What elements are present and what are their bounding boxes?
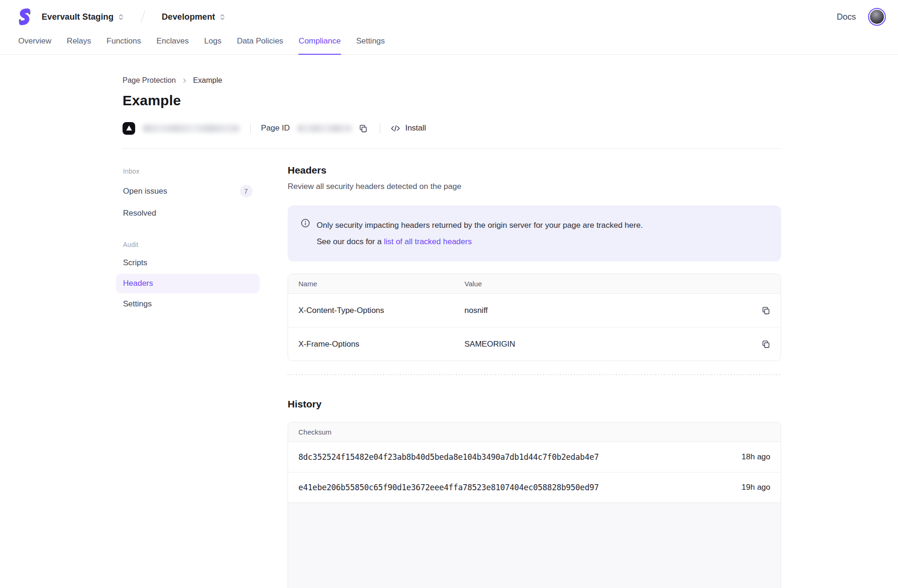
breadcrumb-page-protection[interactable]: Page Protection xyxy=(123,76,176,85)
copy-icon xyxy=(359,124,368,133)
up-down-chevrons-icon xyxy=(118,14,124,21)
tab-settings[interactable]: Settings xyxy=(355,32,385,55)
breadcrumb-current: Example xyxy=(193,76,222,85)
copy-header-value-button[interactable] xyxy=(760,338,772,350)
tab-overview[interactable]: Overview xyxy=(18,32,52,55)
info-banner-line1: Only security impacting headers returned… xyxy=(317,217,643,233)
tracked-headers-link[interactable]: list of all tracked headers xyxy=(384,237,472,246)
copy-header-value-button[interactable] xyxy=(760,304,772,317)
up-down-chevrons-icon xyxy=(219,14,225,21)
history-table-header-row: Checksum xyxy=(288,422,781,442)
copy-page-id-button[interactable] xyxy=(357,122,369,135)
headers-table-header-row: Name Value xyxy=(288,274,781,294)
evervault-logo[interactable] xyxy=(18,7,31,26)
info-banner-text: Only security impacting headers returned… xyxy=(317,217,643,250)
sidebar-item-label: Headers xyxy=(123,279,153,288)
tab-relays[interactable]: Relays xyxy=(66,32,92,55)
avatar-photo xyxy=(870,10,884,24)
info-banner-line2: See our docs for a list of all tracked h… xyxy=(317,233,643,250)
evervault-logo-icon xyxy=(18,7,31,26)
table-row: e41ebe206b55850c65f90d1e3672eee4ffa78523… xyxy=(288,472,781,502)
headers-section-subtitle: Review all security headers detected on … xyxy=(288,182,781,191)
breadcrumb-slash-divider xyxy=(141,11,145,22)
column-header-actions xyxy=(749,274,781,294)
dotted-divider xyxy=(288,374,781,375)
headers-section-title: Headers xyxy=(288,165,781,176)
project-switcher[interactable]: Development xyxy=(162,12,225,22)
headers-table-card: Name Value X-Content-Type-Options nosnif… xyxy=(288,274,781,361)
table-row: X-Content-Type-Options nosniff xyxy=(288,294,781,327)
sidebar-item-settings[interactable]: Settings xyxy=(116,294,260,314)
tab-functions[interactable]: Functions xyxy=(106,32,142,55)
org-switcher[interactable]: Evervault Staging xyxy=(42,12,124,22)
age-cell: 18h ago xyxy=(715,442,781,472)
sidebar-label-inbox: Inbox xyxy=(116,164,260,179)
header-name-cell: X-Frame-Options xyxy=(288,327,454,361)
project-name: Development xyxy=(162,12,215,22)
sidebar-item-label: Resolved xyxy=(123,209,156,218)
sidebar-item-label: Open issues xyxy=(123,187,167,196)
breadcrumb: Page Protection Example xyxy=(123,55,781,85)
meta-divider xyxy=(380,123,380,133)
chevron-right-icon xyxy=(181,78,188,84)
brand-area: Evervault Staging Development xyxy=(18,7,225,26)
info-banner: Only security impacting headers returned… xyxy=(288,205,781,261)
history-table-card: Checksum 8dc352524f15482e04f23ab8b40d5be… xyxy=(288,422,781,588)
main-content: Headers Review all security headers dete… xyxy=(288,149,781,588)
install-label: Install xyxy=(405,123,426,133)
sidebar-item-label: Scripts xyxy=(123,258,147,268)
history-table: Checksum 8dc352524f15482e04f23ab8b40d5be… xyxy=(288,422,781,502)
history-table-empty-area xyxy=(288,502,781,588)
column-header-checksum: Checksum xyxy=(288,422,715,442)
age-cell: 19h ago xyxy=(715,472,781,502)
org-name: Evervault Staging xyxy=(42,12,114,22)
install-button[interactable]: Install xyxy=(391,123,426,133)
tab-enclaves[interactable]: Enclaves xyxy=(156,32,189,55)
sidebar-section-inbox: Inbox Open issues 7 Resolved xyxy=(116,164,260,223)
page-title: Example xyxy=(123,93,781,109)
docs-link[interactable]: Docs xyxy=(837,12,856,22)
sidebar-item-label: Settings xyxy=(123,299,152,309)
table-row: 8dc352524f15482e04f23ab8b40d5beda8e104b3… xyxy=(288,442,781,472)
site-favicon-triangle-icon xyxy=(123,122,135,135)
headers-table: Name Value X-Content-Type-Options nosnif… xyxy=(288,274,781,361)
sidebar: Inbox Open issues 7 Resolved Audit Scrip… xyxy=(116,149,260,328)
table-row: X-Frame-Options SAMEORIGIN xyxy=(288,327,781,361)
user-avatar[interactable] xyxy=(868,8,886,26)
checksum-cell: e41ebe206b55850c65f90d1e3672eee4ffa78523… xyxy=(288,472,715,502)
open-issues-count-badge: 7 xyxy=(240,185,253,197)
tab-data-policies[interactable]: Data Policies xyxy=(236,32,283,55)
header-name-cell: X-Content-Type-Options xyxy=(288,294,454,327)
sidebar-item-open-issues[interactable]: Open issues 7 xyxy=(116,180,260,203)
primary-nav: Overview Relays Functions Enclaves Logs … xyxy=(0,31,898,55)
meta-divider xyxy=(250,123,251,133)
checksum-cell: 8dc352524f15482e04f23ab8b40d5beda8e104b3… xyxy=(288,442,715,472)
sidebar-section-audit: Audit Scripts Headers Settings xyxy=(116,237,260,314)
topbar-right: Docs xyxy=(837,8,886,26)
column-header-value: Value xyxy=(454,274,749,294)
info-banner-line2-prefix: See our docs for a xyxy=(317,237,384,246)
code-icon xyxy=(391,124,400,132)
sidebar-item-resolved[interactable]: Resolved xyxy=(116,203,260,223)
sidebar-label-audit: Audit xyxy=(116,237,260,252)
topbar: Evervault Staging Development Docs xyxy=(0,0,898,31)
header-value-cell: nosniff xyxy=(454,294,749,327)
column-header-age xyxy=(715,422,781,442)
history-section-title: History xyxy=(288,399,781,410)
copy-icon xyxy=(761,306,770,315)
sidebar-item-scripts[interactable]: Scripts xyxy=(116,253,260,273)
page-id-label: Page ID xyxy=(261,123,290,133)
copy-icon xyxy=(761,340,770,348)
tab-compliance[interactable]: Compliance xyxy=(298,32,341,55)
page-meta-row: Page ID Install xyxy=(123,121,781,135)
info-icon xyxy=(301,218,310,250)
page-container: Page Protection Example Example Page ID … xyxy=(123,55,781,588)
header-value-cell: SAMEORIGIN xyxy=(454,327,749,361)
tab-logs[interactable]: Logs xyxy=(204,32,222,55)
redacted-page-url xyxy=(143,124,240,132)
redacted-page-id xyxy=(297,124,352,132)
sidebar-item-headers[interactable]: Headers xyxy=(116,274,260,293)
column-header-name: Name xyxy=(288,274,454,294)
